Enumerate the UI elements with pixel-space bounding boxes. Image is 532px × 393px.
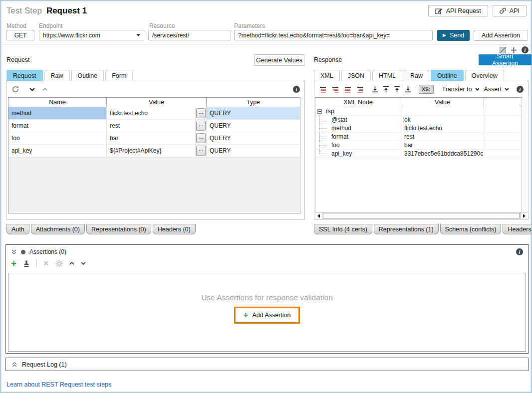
column-header-name[interactable]: Name <box>8 98 107 107</box>
api-button[interactable]: API <box>493 5 527 16</box>
tab-xml[interactable]: XML <box>314 70 340 81</box>
tab-raw[interactable]: Raw <box>44 70 70 81</box>
param-name[interactable]: method <box>8 107 107 119</box>
param-value[interactable]: bar <box>107 132 196 144</box>
request-tabs: Request Raw Outline Form <box>6 70 133 81</box>
refresh-icon[interactable] <box>11 85 19 93</box>
learn-link[interactable]: Learn about REST Request test steps <box>6 381 111 388</box>
send-button[interactable]: Send <box>437 30 470 41</box>
collapse-double-chevron-icon[interactable] <box>11 249 17 255</box>
param-type[interactable]: QUERY <box>207 120 300 132</box>
resource-field[interactable] <box>148 30 231 40</box>
tab-html[interactable]: HTML <box>372 70 402 81</box>
move-up-level-icon[interactable] <box>394 86 400 93</box>
info-icon[interactable]: i <box>293 86 300 93</box>
tab-attachments[interactable]: Attachments (0) <box>31 224 85 234</box>
tab-ssl-info[interactable]: SSL Info (4 certs) <box>314 224 372 234</box>
param-name[interactable]: api_key <box>8 145 107 157</box>
column-header-value[interactable]: Value <box>107 98 207 107</box>
tab-outline-response[interactable]: Outline <box>431 70 464 81</box>
ellipsis-button[interactable]: ... <box>196 146 206 156</box>
column-header-xml-node[interactable]: XML Node <box>315 98 401 107</box>
tree-row[interactable]: api_key 3317ebec5e61bddca851290c17f... <box>315 150 522 158</box>
ellipsis-button[interactable]: ... <box>196 121 206 131</box>
info-icon[interactable]: i <box>517 86 524 93</box>
param-name[interactable]: foo <box>8 132 107 144</box>
table-row[interactable]: api_key ${#Project#ApiKey} ... QUERY <box>8 145 300 157</box>
generate-values-button[interactable]: Generate Values <box>254 54 304 66</box>
xs-toggle-button[interactable]: XS: <box>419 85 434 94</box>
tab-form[interactable]: Form <box>105 70 133 81</box>
gear-icon[interactable] <box>55 260 63 267</box>
vertical-scrollbar[interactable] <box>522 97 528 212</box>
move-down-level-icon[interactable] <box>405 86 411 93</box>
transfer-to-dropdown[interactable]: Transfer to <box>442 86 480 93</box>
tab-overview[interactable]: Overview <box>465 70 504 81</box>
format-outline-icon-3[interactable] <box>344 86 352 93</box>
add-icon[interactable] <box>511 47 517 53</box>
column-header-value[interactable]: Value <box>401 98 484 107</box>
test-step-window: Test Step Request 1 API Request API Meth… <box>0 0 532 393</box>
scroll-right-arrow[interactable] <box>520 212 528 219</box>
tab-schema[interactable]: Schema (conflicts) <box>440 224 502 234</box>
tab-outline[interactable]: Outline <box>71 70 104 81</box>
format-outline-icon-4[interactable] <box>356 86 364 93</box>
tab-representations-response[interactable]: Representations (1) <box>374 224 439 234</box>
info-icon[interactable]: i <box>516 248 523 255</box>
play-icon <box>443 33 446 37</box>
horizontal-scrollbar[interactable] <box>315 212 528 219</box>
param-value[interactable]: rest <box>107 120 196 132</box>
stamp-icon[interactable] <box>23 260 30 267</box>
ellipsis-button[interactable]: ... <box>196 133 206 143</box>
add-assertion-button-top[interactable]: Add Assertion <box>474 30 528 41</box>
table-row[interactable]: format rest ... QUERY <box>8 120 300 132</box>
table-row[interactable]: method flickr.test.echo ... QUERY <box>8 107 300 120</box>
param-value[interactable]: ${#Project#ApiKey} <box>107 145 196 157</box>
method-field[interactable]: GET <box>6 30 34 40</box>
chevron-up-icon[interactable] <box>42 88 47 91</box>
tree-row[interactable]: format rest <box>315 133 522 141</box>
tab-raw-response[interactable]: Raw <box>404 70 429 81</box>
ellipsis-button[interactable]: ... <box>196 108 206 118</box>
expand-double-chevron-up-icon[interactable] <box>11 362 17 368</box>
scroll-left-arrow[interactable] <box>315 212 322 219</box>
param-value[interactable]: flickr.test.echo <box>107 107 196 119</box>
api-request-button[interactable]: API Request <box>428 5 488 16</box>
tab-headers-response[interactable]: Headers (12) <box>503 224 532 234</box>
move-up-icon[interactable] <box>69 262 74 265</box>
parameters-input[interactable] <box>234 30 433 40</box>
table-row[interactable]: foo bar ... QUERY <box>8 132 300 145</box>
endpoint-combobox[interactable]: https://www.flickr.com <box>39 30 144 40</box>
assert-dropdown[interactable]: Assert <box>484 86 509 93</box>
smart-assertion-button[interactable]: Smart Assertion <box>479 54 532 65</box>
tree-row[interactable]: foo bar <box>315 141 522 150</box>
param-type[interactable]: QUERY <box>207 145 300 157</box>
param-type[interactable]: QUERY <box>207 107 300 119</box>
tab-representations[interactable]: Representations (0) <box>86 224 151 234</box>
layout-icon[interactable] <box>500 47 506 53</box>
column-header-type[interactable]: Type <box>207 98 300 107</box>
add-assertion-icon-button[interactable]: + <box>11 260 16 267</box>
param-type[interactable]: QUERY <box>207 132 300 144</box>
info-icon[interactable]: i <box>522 46 529 53</box>
tab-headers[interactable]: Headers (0) <box>153 224 196 234</box>
tab-json[interactable]: JSON <box>341 70 371 81</box>
xml-node-value: ok <box>401 116 411 123</box>
expand-to-bottom-icon[interactable] <box>372 86 378 93</box>
tree-row[interactable]: @stat ok <box>315 116 522 124</box>
add-assertion-cta-button[interactable]: + Add Assertion <box>234 307 299 324</box>
request-log-bar[interactable]: Request Log (1) <box>5 358 529 371</box>
tab-request[interactable]: Request <box>6 70 43 81</box>
param-name[interactable]: format <box>8 120 107 132</box>
format-outline-icon-2[interactable] <box>331 86 339 93</box>
tree-row[interactable]: method flickr.test.echo <box>315 124 522 133</box>
move-down-icon[interactable] <box>81 262 86 265</box>
tree-row-root[interactable]: rsp <box>315 107 522 116</box>
chevron-down-icon[interactable] <box>29 88 35 91</box>
collapse-to-top-icon[interactable] <box>383 86 389 93</box>
scrollbar-thumb[interactable] <box>323 213 520 218</box>
format-outline-icon-1[interactable] <box>319 86 327 93</box>
tab-auth[interactable]: Auth <box>6 224 29 234</box>
collapse-expander-icon[interactable] <box>317 109 322 114</box>
remove-assertion-icon[interactable]: × <box>43 260 49 267</box>
